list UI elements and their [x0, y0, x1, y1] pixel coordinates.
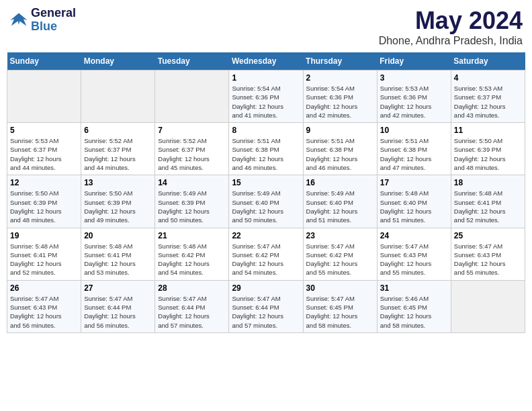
day-number: 28	[158, 283, 226, 293]
svg-marker-0	[10, 13, 27, 26]
calendar-day-header: Monday	[81, 52, 155, 71]
calendar-cell: 24Sunrise: 5:47 AM Sunset: 6:43 PM Dayli…	[377, 228, 451, 280]
day-info: Sunrise: 5:47 AM Sunset: 6:43 PM Dayligh…	[380, 242, 448, 277]
day-info: Sunrise: 5:49 AM Sunset: 6:40 PM Dayligh…	[306, 189, 374, 224]
day-info: Sunrise: 5:53 AM Sunset: 6:37 PM Dayligh…	[10, 136, 78, 172]
day-number: 24	[380, 231, 448, 240]
calendar-body: 1Sunrise: 5:54 AM Sunset: 6:36 PM Daylig…	[7, 71, 525, 333]
day-number: 25	[454, 231, 522, 240]
calendar-week-row: 19Sunrise: 5:48 AM Sunset: 6:41 PM Dayli…	[7, 228, 525, 280]
day-info: Sunrise: 5:53 AM Sunset: 6:37 PM Dayligh…	[454, 84, 522, 120]
day-number: 15	[232, 178, 300, 187]
day-number: 9	[306, 126, 374, 135]
calendar-day-header: Friday	[377, 52, 451, 71]
day-info: Sunrise: 5:47 AM Sunset: 6:44 PM Dayligh…	[84, 294, 152, 330]
logo-text: General Blue	[31, 7, 76, 34]
calendar-week-row: 5Sunrise: 5:53 AM Sunset: 6:37 PM Daylig…	[7, 123, 525, 175]
day-number: 21	[158, 231, 226, 240]
day-number: 30	[306, 283, 374, 293]
day-number: 22	[232, 231, 300, 240]
day-info: Sunrise: 5:47 AM Sunset: 6:43 PM Dayligh…	[10, 294, 78, 330]
day-number: 27	[84, 283, 152, 293]
day-info: Sunrise: 5:51 AM Sunset: 6:38 PM Dayligh…	[380, 136, 448, 172]
day-number: 5	[10, 126, 78, 135]
calendar-cell: 13Sunrise: 5:50 AM Sunset: 6:39 PM Dayli…	[81, 175, 155, 228]
calendar-cell: 2Sunrise: 5:54 AM Sunset: 6:36 PM Daylig…	[303, 71, 377, 123]
calendar-cell: 20Sunrise: 5:48 AM Sunset: 6:41 PM Dayli…	[81, 228, 155, 280]
day-info: Sunrise: 5:52 AM Sunset: 6:37 PM Dayligh…	[158, 136, 226, 172]
day-info: Sunrise: 5:52 AM Sunset: 6:37 PM Dayligh…	[84, 136, 152, 172]
calendar-cell: 21Sunrise: 5:48 AM Sunset: 6:42 PM Dayli…	[155, 228, 229, 280]
calendar-cell: 17Sunrise: 5:48 AM Sunset: 6:40 PM Dayli…	[377, 175, 451, 228]
day-info: Sunrise: 5:50 AM Sunset: 6:39 PM Dayligh…	[10, 189, 78, 224]
calendar-cell: 28Sunrise: 5:47 AM Sunset: 6:44 PM Dayli…	[155, 280, 229, 332]
day-info: Sunrise: 5:48 AM Sunset: 6:41 PM Dayligh…	[454, 189, 522, 224]
calendar-day-header: Thursday	[303, 52, 377, 71]
calendar-cell: 7Sunrise: 5:52 AM Sunset: 6:37 PM Daylig…	[155, 123, 229, 175]
day-number: 3	[380, 73, 448, 83]
calendar-cell	[155, 71, 229, 123]
day-number: 7	[158, 126, 226, 135]
calendar-day-header: Saturday	[451, 52, 525, 71]
calendar-cell	[451, 280, 525, 332]
calendar-cell: 23Sunrise: 5:47 AM Sunset: 6:42 PM Dayli…	[303, 228, 377, 280]
day-info: Sunrise: 5:48 AM Sunset: 6:42 PM Dayligh…	[158, 242, 226, 277]
day-info: Sunrise: 5:54 AM Sunset: 6:36 PM Dayligh…	[232, 84, 300, 120]
calendar-cell: 30Sunrise: 5:47 AM Sunset: 6:45 PM Dayli…	[303, 280, 377, 332]
day-info: Sunrise: 5:46 AM Sunset: 6:45 PM Dayligh…	[380, 294, 448, 330]
day-number: 20	[84, 231, 152, 240]
day-info: Sunrise: 5:50 AM Sunset: 6:39 PM Dayligh…	[84, 189, 152, 224]
calendar-cell: 16Sunrise: 5:49 AM Sunset: 6:40 PM Dayli…	[303, 175, 377, 228]
calendar-cell: 25Sunrise: 5:47 AM Sunset: 6:43 PM Dayli…	[451, 228, 525, 280]
calendar-header-row: SundayMondayTuesdayWednesdayThursdayFrid…	[7, 52, 525, 71]
day-info: Sunrise: 5:48 AM Sunset: 6:41 PM Dayligh…	[10, 242, 78, 277]
calendar-cell: 27Sunrise: 5:47 AM Sunset: 6:44 PM Dayli…	[81, 280, 155, 332]
day-info: Sunrise: 5:50 AM Sunset: 6:39 PM Dayligh…	[454, 136, 522, 172]
day-number: 11	[454, 126, 522, 135]
calendar-cell: 9Sunrise: 5:51 AM Sunset: 6:38 PM Daylig…	[303, 123, 377, 175]
calendar-cell: 31Sunrise: 5:46 AM Sunset: 6:45 PM Dayli…	[377, 280, 451, 332]
day-info: Sunrise: 5:47 AM Sunset: 6:44 PM Dayligh…	[232, 294, 300, 330]
day-number: 2	[306, 73, 374, 83]
calendar-week-row: 1Sunrise: 5:54 AM Sunset: 6:36 PM Daylig…	[7, 71, 525, 123]
calendar-cell	[81, 71, 155, 123]
calendar-cell: 6Sunrise: 5:52 AM Sunset: 6:37 PM Daylig…	[81, 123, 155, 175]
page-subtitle: Dhone, Andhra Pradesh, India	[379, 35, 523, 47]
calendar-cell: 12Sunrise: 5:50 AM Sunset: 6:39 PM Dayli…	[7, 175, 81, 228]
day-number: 19	[10, 231, 78, 240]
day-number: 6	[84, 126, 152, 135]
day-info: Sunrise: 5:51 AM Sunset: 6:38 PM Dayligh…	[306, 136, 374, 172]
day-info: Sunrise: 5:47 AM Sunset: 6:45 PM Dayligh…	[306, 294, 374, 330]
day-info: Sunrise: 5:51 AM Sunset: 6:38 PM Dayligh…	[232, 136, 300, 172]
calendar-cell: 1Sunrise: 5:54 AM Sunset: 6:36 PM Daylig…	[229, 71, 303, 123]
page-title: May 2024	[379, 7, 523, 35]
calendar-cell	[7, 71, 81, 123]
day-number: 18	[454, 178, 522, 187]
day-number: 17	[380, 178, 448, 187]
day-number: 10	[380, 126, 448, 135]
day-number: 4	[454, 73, 522, 83]
calendar-cell: 14Sunrise: 5:49 AM Sunset: 6:39 PM Dayli…	[155, 175, 229, 228]
calendar-cell: 18Sunrise: 5:48 AM Sunset: 6:41 PM Dayli…	[451, 175, 525, 228]
day-number: 13	[84, 178, 152, 187]
day-number: 23	[306, 231, 374, 240]
day-info: Sunrise: 5:47 AM Sunset: 6:42 PM Dayligh…	[232, 242, 300, 277]
day-number: 1	[232, 73, 300, 83]
calendar-cell: 19Sunrise: 5:48 AM Sunset: 6:41 PM Dayli…	[7, 228, 81, 280]
calendar-cell: 3Sunrise: 5:53 AM Sunset: 6:36 PM Daylig…	[377, 71, 451, 123]
day-info: Sunrise: 5:49 AM Sunset: 6:39 PM Dayligh…	[158, 189, 226, 224]
logo-icon	[9, 11, 28, 30]
calendar-cell: 5Sunrise: 5:53 AM Sunset: 6:37 PM Daylig…	[7, 123, 81, 175]
calendar-cell: 4Sunrise: 5:53 AM Sunset: 6:37 PM Daylig…	[451, 71, 525, 123]
day-info: Sunrise: 5:48 AM Sunset: 6:40 PM Dayligh…	[380, 189, 448, 224]
calendar-cell: 11Sunrise: 5:50 AM Sunset: 6:39 PM Dayli…	[451, 123, 525, 175]
day-number: 8	[232, 126, 300, 135]
calendar-day-header: Tuesday	[155, 52, 229, 71]
calendar-cell: 22Sunrise: 5:47 AM Sunset: 6:42 PM Dayli…	[229, 228, 303, 280]
day-info: Sunrise: 5:54 AM Sunset: 6:36 PM Dayligh…	[306, 84, 374, 120]
day-info: Sunrise: 5:48 AM Sunset: 6:41 PM Dayligh…	[84, 242, 152, 277]
calendar-table: SundayMondayTuesdayWednesdayThursdayFrid…	[7, 52, 525, 333]
day-number: 26	[10, 283, 78, 293]
calendar-week-row: 26Sunrise: 5:47 AM Sunset: 6:43 PM Dayli…	[7, 280, 525, 332]
day-info: Sunrise: 5:47 AM Sunset: 6:42 PM Dayligh…	[306, 242, 374, 277]
